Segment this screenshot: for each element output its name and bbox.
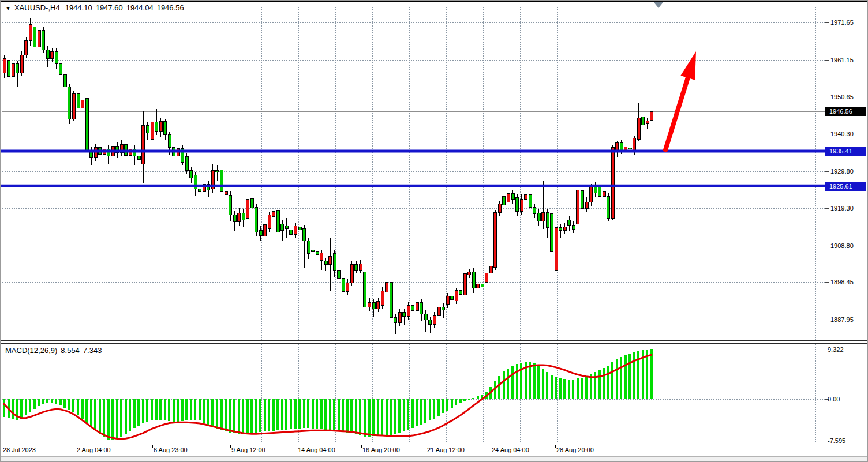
chart-canvas[interactable]	[1, 1, 868, 462]
hline-price-tag-upper: 1935.41	[825, 147, 866, 156]
macd-axis-label: 0.00	[828, 395, 840, 403]
price-axis-label: 1898.45	[830, 278, 854, 286]
collapse-icon[interactable]: ▼	[5, 5, 11, 12]
price-axis-label: 1887.95	[830, 315, 854, 324]
grid	[2, 7, 825, 444]
macd-indicator-label: MACD(12,26,9)8.5547.343	[5, 346, 102, 355]
chart-frame	[1, 2, 868, 448]
symbol-period-label: XAUUSD-,H4	[14, 3, 60, 12]
candlestick-series	[3, 18, 653, 334]
time-axis-label: 28 Aug 20:00	[556, 446, 594, 453]
macd-histogram	[3, 349, 653, 440]
ohlc-close: 1946.56	[157, 3, 184, 12]
macd-axis-label: -7.595	[828, 437, 845, 445]
time-axis-label: 28 Jul 2023	[3, 446, 36, 453]
price-axis-label: 1908.80	[830, 242, 854, 250]
ohlc-high: 1947.60	[96, 3, 123, 12]
time-axis-label: 24 Aug 04:00	[492, 446, 529, 453]
window-bottom-strip	[1, 456, 868, 462]
time-axis-label: 2 Aug 04:00	[77, 446, 111, 453]
hline-price-tag-lower: 1925.61	[825, 182, 866, 191]
current-price-tag: 1946.56	[825, 107, 866, 116]
price-axis-label: 1961.15	[830, 56, 854, 64]
time-axis-label: 6 Aug 23:00	[154, 446, 188, 453]
time-axis-label: 16 Aug 20:00	[362, 446, 400, 453]
macd-axis-label: 9.322	[828, 345, 844, 354]
time-axis-label: 9 Aug 12:00	[231, 446, 265, 453]
price-axis-label: 1950.65	[830, 93, 854, 101]
price-axis[interactable]: 1946.56 1935.41 1925.61 1971.651961.1519…	[825, 1, 868, 445]
chart-shift-marker[interactable]	[654, 2, 663, 8]
time-axis[interactable]: 28 Jul 20232 Aug 04:006 Aug 23:009 Aug 1…	[1, 445, 868, 456]
macd-signal-value: 7.343	[83, 346, 102, 355]
time-axis-label: 21 Aug 12:00	[427, 446, 465, 453]
ohlc-open: 1944.10	[65, 3, 92, 12]
macd-main-value: 8.554	[61, 346, 80, 355]
price-axis-label: 1940.30	[830, 130, 854, 138]
trend-arrow[interactable]	[665, 51, 696, 152]
chart-title: ▼XAUUSD-,H41944.101947.601944.041946.56	[5, 3, 184, 12]
price-axis-label: 1929.80	[830, 167, 854, 175]
ohlc-low: 1944.04	[126, 3, 154, 12]
time-axis-label: 14 Aug 04:00	[298, 446, 335, 453]
chart-window: ▼XAUUSD-,H41944.101947.601944.041946.56 …	[0, 0, 868, 462]
macd-signal-line	[4, 355, 652, 438]
price-axis-label: 1919.30	[830, 204, 854, 212]
macd-name: MACD(12,26,9)	[5, 346, 57, 355]
price-axis-label: 1971.65	[830, 18, 854, 27]
